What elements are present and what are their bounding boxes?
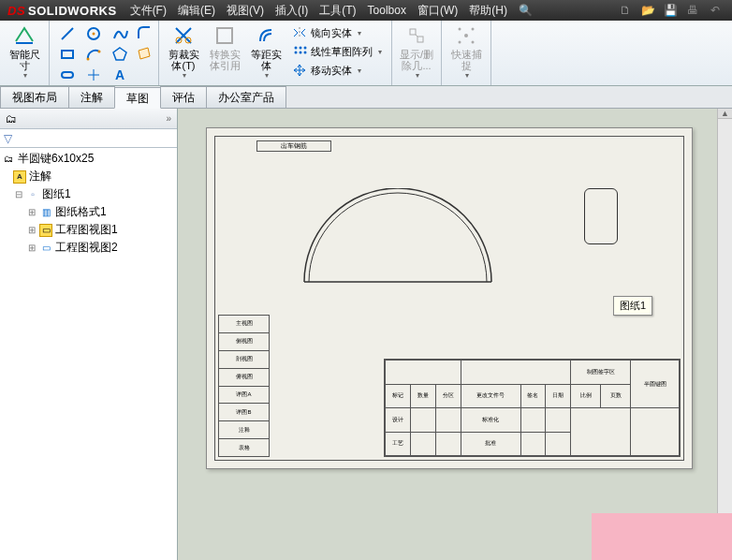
menu-file[interactable]: 文件(F): [124, 0, 172, 21]
tree-annotations[interactable]: A 注解: [0, 168, 177, 185]
menu-view[interactable]: 视图(V): [221, 0, 270, 21]
linear-pattern-button[interactable]: 线性草图阵列: [288, 43, 386, 60]
tree-view2[interactable]: ⊞ ▭ 工程图视图2: [0, 239, 177, 257]
menu-bar: 文件(F) 编辑(E) 视图(V) 插入(I) 工具(T) Toolbox 窗口…: [124, 0, 608, 21]
logo-text: SOLIDWORKS: [28, 4, 117, 18]
trim-button[interactable]: 剪裁实体(T): [165, 22, 202, 85]
tree-view1[interactable]: ⊞ ▭ 工程图视图1: [0, 221, 177, 239]
tab-evaluate[interactable]: 评估: [160, 86, 207, 108]
svg-point-24: [459, 28, 461, 31]
svg-rect-20: [410, 29, 416, 35]
mirror-button[interactable]: 镜向实体: [288, 24, 386, 41]
tab-annotate[interactable]: 注解: [68, 86, 115, 108]
move-button[interactable]: 移动实体: [288, 62, 386, 79]
expand-icon[interactable]: ⊞: [26, 207, 37, 217]
logo-ds: DS: [7, 4, 25, 18]
filter-icon: ▽: [4, 132, 12, 145]
rect-shape: [584, 188, 618, 244]
feature-tree-sidebar: 🗂 » ▽ 🗂 半圆键6x10x25 A 注解 ⊟ ▫ 图纸1 ⊞ ▥ 图: [0, 109, 178, 560]
tab-layout[interactable]: 视图布局: [0, 86, 69, 108]
tab-sketch[interactable]: 草图: [114, 87, 161, 109]
line-tool-icon[interactable]: [55, 24, 80, 43]
view-icon: ▭: [39, 224, 52, 237]
quick-snap-icon: [455, 24, 477, 47]
smart-dimension-icon: [13, 24, 36, 47]
trim-icon: [172, 24, 195, 47]
offset-icon: [255, 24, 277, 47]
ribbon-group-snap: 快速捕捉: [442, 21, 491, 85]
svg-rect-13: [217, 28, 232, 43]
arc-tool-icon[interactable]: [81, 45, 106, 64]
tab-office[interactable]: 办公室产品: [206, 86, 286, 108]
svg-point-23: [464, 34, 468, 37]
svg-point-18: [300, 52, 302, 54]
format-icon: ▥: [39, 206, 52, 219]
convert-button[interactable]: 转换实体引用: [206, 22, 243, 85]
feature-tree: 🗂 半圆键6x10x25 A 注解 ⊟ ▫ 图纸1 ⊞ ▥ 图纸格式1 ⊞ ▭ …: [0, 148, 177, 560]
point-tool-icon[interactable]: [81, 66, 106, 84]
circle-tool-icon[interactable]: [81, 24, 106, 43]
save-icon[interactable]: 💾: [663, 3, 678, 18]
vertical-scrollbar[interactable]: [717, 109, 732, 560]
menu-window[interactable]: 窗口(W): [412, 0, 463, 21]
ribbon: 智能尺寸 A 剪裁实体(T) 转换实体引用 等: [0, 21, 732, 86]
svg-marker-7: [113, 48, 126, 60]
ribbon-group-dimension: 智能尺寸: [0, 21, 50, 85]
plane-tool-icon[interactable]: [136, 45, 153, 62]
expand-icon[interactable]: ⊞: [26, 243, 37, 253]
svg-rect-8: [62, 72, 73, 78]
fillet-tool-icon[interactable]: [136, 24, 153, 41]
spline-tool-icon[interactable]: [108, 24, 132, 43]
collapse-icon[interactable]: ⊟: [13, 189, 23, 199]
svg-point-14: [295, 47, 298, 50]
menu-tools[interactable]: 工具(T): [314, 0, 361, 21]
drawing-canvas[interactable]: 出车钢筋 主视图 侧视图 剖视图 俯视图 详图A 详图B 注释 表格: [178, 109, 732, 560]
menu-edit[interactable]: 编辑(E): [172, 0, 221, 21]
tree-root[interactable]: 🗂 半圆键6x10x25: [0, 150, 177, 168]
display-delete-button[interactable]: 显示/删除几...: [398, 22, 435, 85]
ribbon-group-modify: 剪裁实体(T) 转换实体引用 等距实体 镜向实体 线性草图阵列 移动实体: [159, 21, 392, 85]
offset-button[interactable]: 等距实体: [247, 22, 285, 85]
smart-dimension-button[interactable]: 智能尺寸: [6, 22, 43, 85]
sheet-icon: ▫: [26, 188, 39, 201]
svg-point-16: [304, 47, 307, 50]
svg-point-17: [295, 52, 298, 54]
svg-point-27: [472, 41, 475, 44]
slot-tool-icon[interactable]: [55, 66, 80, 84]
ribbon-group-display: 显示/删除几...: [392, 21, 442, 85]
menu-help[interactable]: 帮助(H): [463, 0, 513, 21]
linear-pattern-icon: [292, 44, 307, 59]
display-delete-icon: [405, 24, 428, 47]
tree-sheet-format[interactable]: ⊞ ▥ 图纸格式1: [0, 203, 177, 221]
menu-insert[interactable]: 插入(I): [270, 0, 314, 21]
svg-rect-4: [62, 51, 73, 58]
quick-snap-button[interactable]: 快速捕捉: [447, 22, 485, 85]
text-tool-icon[interactable]: A: [108, 66, 132, 84]
polygon-tool-icon[interactable]: [108, 45, 132, 64]
svg-point-3: [93, 33, 95, 36]
annotations-icon: A: [13, 170, 26, 184]
undo-icon[interactable]: ↶: [708, 3, 723, 18]
open-icon[interactable]: 📂: [640, 3, 655, 18]
quick-access: 🗋 📂 💾 🖶 ↶: [608, 3, 732, 18]
svg-point-6: [98, 51, 101, 53]
svg-rect-21: [417, 37, 423, 42]
menu-search-icon[interactable]: 🔍: [513, 0, 538, 21]
command-tabs: 视图布局 注解 草图 评估 办公室产品: [0, 86, 732, 109]
print-icon[interactable]: 🖶: [685, 3, 700, 18]
ribbon-group-sketch-tools: A: [50, 21, 159, 85]
new-doc-icon[interactable]: 🗋: [618, 3, 633, 18]
tree-config-icon[interactable]: 🗂: [6, 112, 17, 125]
menu-toolbox[interactable]: Toolbox: [362, 0, 412, 21]
tree-sheet1[interactable]: ⊟ ▫ 图纸1: [0, 185, 177, 203]
title-bar: DS SOLIDWORKS 文件(F) 编辑(E) 视图(V) 插入(I) 工具…: [0, 0, 732, 21]
rectangle-tool-icon[interactable]: [55, 45, 80, 64]
expand-icon[interactable]: ⊞: [26, 225, 37, 235]
view-icon: ▭: [39, 242, 52, 255]
svg-point-25: [472, 28, 475, 31]
tree-filter[interactable]: ▽: [0, 129, 177, 148]
svg-point-26: [459, 41, 461, 44]
svg-line-22: [416, 35, 417, 37]
sidebar-expand-icon[interactable]: »: [166, 113, 171, 124]
arc-shape: [300, 188, 496, 287]
